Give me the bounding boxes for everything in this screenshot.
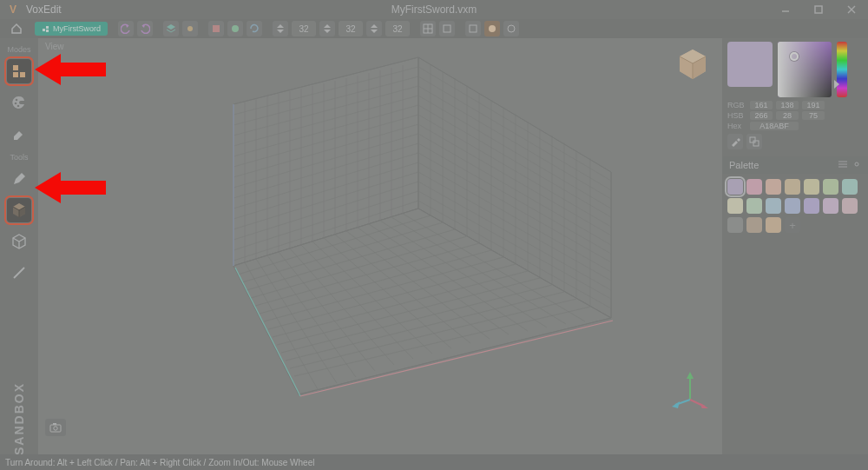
window-minimize-button[interactable]: [769, 0, 802, 19]
size-y-spin[interactable]: [319, 21, 335, 36]
document-chip[interactable]: MyFirstSword: [35, 22, 108, 36]
top-toolbar: MyFirstSword 32: [0, 19, 868, 38]
hsb-b[interactable]: 75: [802, 111, 825, 120]
palette-swatch[interactable]: [766, 217, 781, 233]
sidebar-section-modes: Modes: [7, 45, 30, 54]
hex-label: Hex: [727, 122, 746, 130]
window-controls: [769, 0, 868, 19]
palette-swatch[interactable]: [727, 179, 743, 195]
palette-swatch[interactable]: [785, 198, 800, 214]
hsb-h[interactable]: 266: [750, 111, 773, 120]
mode-eraser-button[interactable]: [7, 122, 31, 146]
frame-toggle[interactable]: [439, 21, 455, 36]
rgb-g[interactable]: 138: [776, 101, 799, 109]
palette-swatch[interactable]: [804, 198, 819, 214]
palette-swatch[interactable]: [823, 179, 838, 195]
rgb-r[interactable]: 161: [750, 101, 773, 109]
color-field[interactable]: [778, 42, 832, 97]
left-sidebar: Modes Tools: [0, 38, 38, 462]
svg-rect-131: [50, 425, 61, 432]
cube-filled-icon: [10, 202, 28, 219]
shade-mode-3[interactable]: [503, 21, 519, 36]
shade-mode-1[interactable]: [465, 21, 481, 36]
tool-face-button[interactable]: [7, 229, 31, 254]
redo-button[interactable]: [137, 21, 153, 36]
palette-swatch[interactable]: [746, 198, 762, 214]
viewport[interactable]: View: [38, 38, 722, 459]
palette-swatch[interactable]: [842, 179, 858, 195]
screenshot-button[interactable]: [45, 419, 66, 436]
mode-model-button[interactable]: [7, 59, 31, 83]
cube-wire-icon: [10, 233, 28, 250]
palette-grid: +: [722, 174, 868, 238]
tool-pencil-button[interactable]: [7, 167, 31, 191]
svg-rect-17: [13, 65, 18, 70]
size-x-value[interactable]: 32: [292, 21, 316, 36]
size-z-spin[interactable]: [366, 21, 382, 36]
layers-toggle[interactable]: [163, 21, 179, 36]
svg-rect-8: [213, 25, 220, 32]
palette-swatch[interactable]: [842, 198, 858, 214]
undo-button[interactable]: [118, 21, 134, 36]
svg-line-26: [14, 268, 24, 278]
svg-point-9: [232, 25, 239, 32]
camera-icon: [49, 422, 62, 433]
blocks-icon: [11, 63, 27, 79]
size-z-value[interactable]: 32: [385, 21, 410, 36]
eraser-icon: [11, 126, 27, 142]
orientation-cube[interactable]: [675, 47, 710, 82]
svg-point-22: [17, 105, 20, 108]
picker-tools: [722, 134, 868, 153]
svg-point-132: [54, 427, 57, 430]
pencil-icon: [11, 171, 27, 187]
swap-color-button[interactable]: [746, 134, 762, 149]
palette-header: Palette: [722, 156, 868, 174]
palette-swatch[interactable]: [766, 198, 781, 214]
hex-value[interactable]: A18ABF: [750, 122, 799, 130]
eyedropper-button[interactable]: [727, 134, 743, 149]
mode-palette-button[interactable]: [7, 90, 31, 115]
tool-line-button[interactable]: [7, 261, 31, 285]
palette-icon: [11, 95, 27, 110]
rotate-shape-button[interactable]: [247, 21, 262, 36]
palette-menu-icon[interactable]: [838, 160, 847, 170]
home-button[interactable]: [7, 19, 26, 38]
svg-rect-144: [753, 141, 759, 146]
palette-add-button[interactable]: +: [785, 217, 800, 233]
color-readouts: RGB 161 138 191 HSB 266 28 75 Hex A18ABF: [722, 101, 868, 134]
palette-swatch[interactable]: [766, 179, 781, 195]
svg-point-15: [489, 25, 496, 32]
palette-swatch[interactable]: [746, 217, 762, 233]
tool-box-button[interactable]: [7, 198, 31, 222]
shade-mode-2[interactable]: [484, 21, 500, 36]
palette-swatch[interactable]: [727, 217, 743, 233]
palette-swatch[interactable]: [746, 179, 762, 195]
sphere-shape-button[interactable]: [227, 21, 243, 36]
palette-swatch[interactable]: [785, 179, 800, 195]
window-close-button[interactable]: [835, 0, 868, 19]
grid-toggle[interactable]: [420, 21, 436, 36]
palette-swatch[interactable]: [823, 198, 838, 214]
tree-icon: [42, 25, 49, 33]
svg-rect-4: [43, 29, 45, 31]
svg-point-21: [15, 103, 17, 105]
palette-settings-icon[interactable]: [852, 160, 861, 170]
history-group: [118, 21, 153, 36]
size-x-spin[interactable]: [273, 21, 288, 36]
hue-slider[interactable]: [837, 42, 847, 97]
lighting-toggle[interactable]: [182, 21, 198, 36]
palette-swatch[interactable]: [804, 179, 819, 195]
axis-gizmo[interactable]: [670, 368, 710, 408]
right-panel: Material Picker RGB 161 138 191 HSB 266 …: [722, 19, 868, 460]
box-shape-button[interactable]: [208, 21, 224, 36]
current-color-swatch[interactable]: [727, 42, 773, 87]
window-maximize-button[interactable]: [802, 0, 835, 19]
palette-swatch[interactable]: [727, 198, 743, 214]
size-y-value[interactable]: 32: [339, 21, 363, 36]
status-text: Turn Around: Alt + Left Click / Pan: Alt…: [5, 458, 314, 467]
svg-rect-133: [53, 423, 56, 425]
svg-rect-1: [815, 6, 822, 13]
rgb-label: RGB: [727, 101, 746, 109]
hsb-s[interactable]: 28: [776, 111, 799, 120]
rgb-b[interactable]: 191: [802, 101, 825, 109]
